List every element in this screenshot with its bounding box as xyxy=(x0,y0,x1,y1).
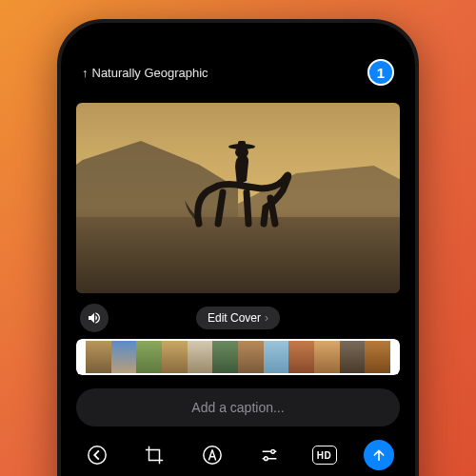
chevron-left-icon xyxy=(87,445,108,466)
bottom-toolbar: HD xyxy=(76,440,400,470)
timeline-thumb[interactable] xyxy=(188,341,213,373)
timeline-thumb[interactable] xyxy=(111,341,137,373)
edit-cover-label: Edit Cover xyxy=(208,311,261,325)
preview-subject xyxy=(180,133,304,248)
svg-point-5 xyxy=(271,450,275,454)
timeline-thumb[interactable] xyxy=(365,341,390,373)
video-preview[interactable] xyxy=(76,103,400,293)
send-button[interactable] xyxy=(364,440,394,470)
timeline-thumb[interactable] xyxy=(314,341,340,373)
markup-button[interactable] xyxy=(197,440,228,470)
crop-icon xyxy=(144,445,165,466)
svg-point-6 xyxy=(265,457,268,461)
svg-rect-2 xyxy=(238,141,246,148)
trim-handle-left[interactable] xyxy=(76,339,86,375)
svg-point-3 xyxy=(89,446,106,464)
notch xyxy=(181,23,295,48)
trim-handle-right[interactable] xyxy=(390,339,400,375)
timeline-thumb[interactable] xyxy=(288,341,314,373)
timeline-thumbnails[interactable] xyxy=(86,339,390,375)
hd-label: HD xyxy=(317,450,331,461)
phone-frame: ↑ Naturally Geographic 1 xyxy=(57,19,419,476)
timeline-thumb[interactable] xyxy=(86,341,111,373)
adjust-icon xyxy=(259,445,280,466)
svg-point-4 xyxy=(204,446,221,464)
crop-button[interactable] xyxy=(139,440,169,470)
selection-count-badge[interactable]: 1 xyxy=(367,59,394,86)
caption-placeholder: Add a caption... xyxy=(191,400,284,415)
timeline-thumb[interactable] xyxy=(162,341,188,373)
hd-button[interactable]: HD xyxy=(312,446,337,465)
sound-toggle[interactable] xyxy=(80,304,109,332)
share-arrow-icon: ↑ xyxy=(82,66,89,80)
share-destination[interactable]: ↑ Naturally Geographic xyxy=(82,66,208,80)
markup-icon xyxy=(202,445,223,466)
timeline-strip[interactable] xyxy=(76,339,400,375)
timeline-thumb[interactable] xyxy=(340,341,366,373)
badge-count: 1 xyxy=(377,65,385,81)
back-button[interactable] xyxy=(82,440,112,470)
chevron-right-icon: › xyxy=(265,311,268,325)
timeline-thumb[interactable] xyxy=(136,341,162,373)
share-label: Naturally Geographic xyxy=(92,66,208,80)
adjust-button[interactable] xyxy=(254,440,285,470)
timeline-thumb[interactable] xyxy=(238,341,264,373)
caption-input[interactable]: Add a caption... xyxy=(76,388,400,426)
edit-cover-button[interactable]: Edit Cover › xyxy=(196,307,280,329)
arrow-up-icon xyxy=(371,447,387,463)
sound-icon xyxy=(87,310,102,326)
timeline-thumb[interactable] xyxy=(264,341,289,373)
mid-controls: Edit Cover › xyxy=(76,307,400,329)
timeline-thumb[interactable] xyxy=(212,341,238,373)
